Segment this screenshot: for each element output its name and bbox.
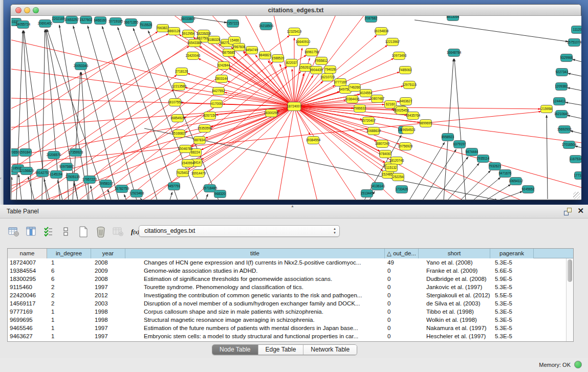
graph-node-7986632[interactable]: 7986632 [354, 105, 366, 113]
table-cell-year[interactable]: 2009 [91, 267, 125, 275]
citation-edge-black[interactable] [140, 199, 142, 200]
graph-node-14136141[interactable]: 14136141 [371, 183, 385, 190]
table-row[interactable]: 911546021997Tourette syndrome. Phenomeno… [8, 283, 566, 291]
table-cell-title[interactable]: Embryonic stem cells: a model to study s… [125, 332, 385, 340]
graph-node-16154838[interactable]: 16154838 [374, 28, 389, 35]
graph-node-1145194[interactable]: 1145194 [50, 171, 63, 179]
table-cell-pagerank[interactable]: 5.3E-5 [490, 283, 534, 291]
graph-node-3024554[interactable]: 3024554 [360, 90, 373, 97]
graph-node-15046788[interactable]: 15046788 [178, 145, 193, 153]
table-cell-out_de[interactable]: 0 [385, 275, 419, 283]
graph-node-15751074[interactable]: 15751074 [567, 39, 581, 47]
table-cell-in_degree[interactable]: 1 [47, 308, 91, 316]
table-cell-name[interactable]: 9777169 [8, 308, 47, 316]
graph-node-1209382[interactable]: 1209382 [555, 83, 568, 91]
graph-node-8813054[interactable]: 8813054 [447, 16, 460, 21]
citation-edge-black[interactable] [444, 59, 453, 200]
table-cell-short[interactable]: Dudbridge et al. (2008) [419, 275, 490, 283]
graph-node-9474444[interactable]: 9474444 [466, 148, 478, 156]
table-cell-pagerank[interactable]: 5.3E-5 [490, 308, 534, 316]
table-cell-short[interactable]: Yano et al. (2008) [419, 258, 490, 267]
citation-edge-red[interactable] [27, 69, 219, 200]
graph-node-10807487[interactable]: 10807487 [370, 95, 385, 103]
table-cell-pagerank[interactable]: 5.3E-5 [490, 332, 534, 340]
table-cell-out_de[interactable]: 0 [385, 267, 419, 275]
graph-node-20206576[interactable]: 20206576 [47, 151, 61, 159]
graph-node-16854925[interactable]: 16854925 [170, 115, 185, 122]
graph-node-15353594[interactable]: 15353594 [198, 125, 212, 133]
table-cell-name[interactable]: 18300295 [8, 275, 47, 283]
table-cell-name[interactable]: 9115460 [8, 283, 47, 291]
graph-node-7485063[interactable]: 7485063 [399, 67, 412, 74]
graph-node-1733426[interactable]: 1733426 [396, 186, 408, 193]
row-height-icon[interactable] [59, 226, 73, 238]
graph-node-15692931[interactable]: 15692931 [557, 126, 572, 134]
graph-node-17957223[interactable]: 17957223 [82, 176, 97, 184]
table-row[interactable]: 1872400712008Changes of HCN gene express… [8, 258, 566, 267]
graph-node-9245652[interactable]: 9245652 [522, 186, 535, 193]
table-row[interactable]: 1830029562008Estimation of significance … [8, 275, 566, 283]
graph-node-6466160[interactable]: 6466160 [94, 17, 107, 25]
table-cell-short[interactable]: Stergiakouli et al. (2012) [419, 291, 490, 299]
table-cell-year[interactable]: 1998 [91, 316, 125, 324]
graph-node-215958[interactable]: 215958 [541, 105, 553, 113]
citation-edge-red[interactable] [233, 57, 294, 106]
graph-node-18120746[interactable]: 18120746 [389, 157, 404, 165]
graph-node-822037[interactable]: 822037 [286, 59, 298, 67]
graph-node-7515526[interactable]: 7515526 [140, 21, 153, 29]
citation-edge-black[interactable] [415, 20, 568, 41]
graph-node-20364436[interactable]: 20364436 [345, 96, 360, 103]
citation-edge-black[interactable] [124, 194, 126, 200]
citation-edge-red[interactable] [227, 81, 294, 106]
table-cell-short[interactable]: Jankovic et al. (1997) [419, 283, 490, 291]
graph-node-16961758[interactable]: 16961758 [304, 49, 319, 56]
graph-node-18807249[interactable]: 18807249 [375, 140, 390, 148]
graph-node-252254[interactable]: 252254 [393, 173, 404, 181]
graph-node-15720407[interactable]: 15720407 [361, 117, 376, 125]
table-selector-dropdown[interactable]: citations_edges.txt ▲▼ [139, 225, 340, 237]
graph-node-10653257[interactable]: 10653257 [64, 16, 79, 24]
table-row[interactable]: 2242004622012Investigating the contribut… [8, 291, 566, 299]
graph-node-16543382[interactable]: 16543382 [187, 39, 202, 47]
graph-node-16648784[interactable]: 16648784 [447, 49, 462, 57]
graph-node-19756928[interactable]: 19756928 [398, 143, 413, 150]
table-row[interactable]: 946362711997Embryonic stem cells: a mode… [8, 332, 566, 340]
table-cell-out_de[interactable]: 0 [385, 332, 419, 340]
graph-node-1513445[interactable]: 1513445 [361, 190, 374, 198]
graph-node-12923468[interactable]: 12923468 [129, 190, 144, 198]
table-cell-in_degree[interactable]: 6 [47, 267, 91, 275]
graph-node-17016504[interactable]: 17016504 [562, 141, 577, 149]
citation-edge-red[interactable] [11, 67, 294, 106]
graph-node-5912954[interactable]: 5912954 [182, 30, 195, 38]
citation-edge-black[interactable] [58, 181, 62, 200]
table-row[interactable]: 1456911722003Disruption of a novel membe… [8, 299, 566, 308]
tab-node-table[interactable]: Node Table [212, 345, 258, 355]
citation-edge-black[interactable] [423, 149, 456, 200]
tab-edge-table[interactable]: Edge Table [258, 345, 304, 355]
graph-node-968320[interactable]: 968320 [214, 190, 226, 198]
graph-node-10719185[interactable]: 10719185 [108, 18, 123, 26]
graph-node-16210645[interactable]: 16210645 [554, 111, 569, 118]
table-cell-out_de[interactable]: 0 [385, 299, 419, 308]
new-table-icon[interactable] [77, 226, 90, 238]
table-cell-year[interactable]: 1997 [91, 324, 125, 332]
table-cell-year[interactable]: 2008 [91, 275, 125, 283]
citation-edge-black[interactable] [28, 177, 34, 200]
graph-node-16210723[interactable]: 16210723 [320, 74, 335, 81]
graph-node-19958107[interactable]: 19958107 [99, 180, 114, 188]
table-cell-year[interactable]: 2008 [91, 258, 125, 267]
table-cell-out_de[interactable]: 0 [385, 308, 419, 316]
citation-edge-black[interactable] [170, 192, 172, 200]
graph-node-12325419[interactable]: 12325419 [287, 28, 302, 36]
citation-edge-black[interactable] [118, 27, 178, 200]
graph-node-16671355[interactable]: 16671355 [124, 19, 139, 27]
table-cell-in_degree[interactable]: 2 [47, 291, 91, 299]
graph-node-9846821[interactable]: 9846821 [259, 52, 272, 59]
table-cell-pagerank[interactable]: 5.5E-5 [490, 291, 534, 299]
select-columns-icon[interactable] [25, 226, 38, 238]
citation-edge-black[interactable] [108, 189, 111, 200]
citation-edge-black[interactable] [547, 115, 548, 199]
table-vertical-scrollbar[interactable] [566, 258, 573, 341]
network-window[interactable]: citations_edges.txt 10339424055724206914… [10, 4, 581, 200]
graph-node-90975887[interactable]: 90975887 [59, 163, 74, 171]
